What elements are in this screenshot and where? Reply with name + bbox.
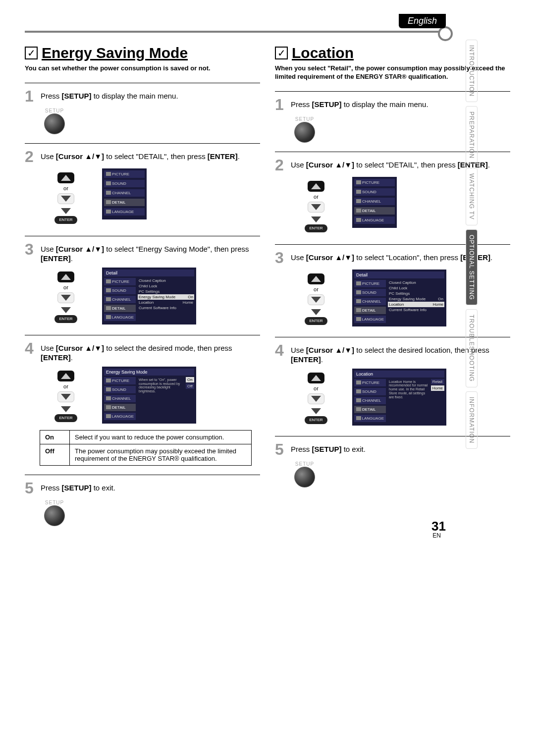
setup-label: SETUP (45, 108, 64, 113)
sidebar-introduction: INTRODUCTION (466, 40, 478, 102)
step-4-left: 4 Use [Cursor ▲/▼] to select the desired… (25, 340, 260, 363)
cursor-arrows-graphic: or ENTER (54, 171, 77, 224)
sidebar-troubleshooting: TROUBLESHOOTING (466, 309, 478, 387)
left-column: ✓ Energy Saving Mode You can set whether… (25, 45, 260, 529)
menu-screen-detail: Detail PICTURE SOUND CHANNEL DETAIL LANG… (102, 268, 196, 324)
arrow-down-icon (61, 208, 71, 214)
step-5-left: 5 Press [SETUP] to exit. (25, 480, 260, 496)
section-title-location: Location (292, 45, 354, 61)
step-2-left: 2 Use [Cursor ▲/▼] to select "DETAIL", t… (25, 149, 260, 164)
table-row: Off The power consumption may possibly e… (40, 444, 252, 465)
check-icon: ✓ (275, 47, 288, 59)
menu-screen-tabs: PICTURE SOUND CHANNEL DETAIL LANGUAGE (102, 168, 147, 219)
sidebar-preparation: PREPARATION (466, 106, 478, 164)
enter-chip: ENTER (54, 216, 77, 224)
step-3-left: 3 Use [Cursor ▲/▼] to select "Energy Sav… (25, 241, 260, 264)
language-tab: English (399, 14, 446, 28)
step-number: 1 (25, 88, 37, 104)
sidebar-watching-tv: WATCHING TV (466, 168, 478, 225)
setup-button-graphic: SETUP (40, 108, 69, 134)
intro-energy: You can set whether the power consumptio… (25, 64, 260, 73)
step-1-left: 1 Press [SETUP] to display the main menu… (25, 88, 260, 104)
menu-screen-esm: Energy Saving Mode PICTURE SOUND CHANNEL… (102, 367, 196, 424)
sidebar-optional-setting: OPTIONAL SETTING (466, 229, 478, 306)
arrow-up-icon (61, 175, 71, 181)
button-circle-icon (44, 113, 65, 134)
options-table: On Select if you want to reduce the powe… (40, 430, 252, 466)
sidebar: INTRODUCTION PREPARATION WATCHING TV OPT… (466, 40, 505, 453)
menu-screen-location: Location PICTURE SOUND CHANNEL DETAIL LA… (352, 369, 446, 426)
table-row: On Select if you want to reduce the powe… (40, 430, 252, 444)
sidebar-information: INFORMATION (466, 391, 478, 449)
top-rule (25, 31, 446, 33)
page-lang: EN (432, 532, 441, 539)
check-icon: ✓ (25, 47, 38, 59)
section-title-energy: Energy Saving Mode (42, 45, 188, 61)
arrow-down-icon (61, 196, 71, 202)
